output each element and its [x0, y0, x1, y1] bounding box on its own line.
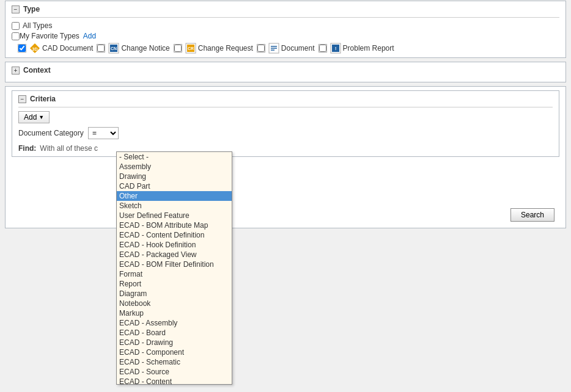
criteria-divider: [18, 107, 553, 107]
type-section-title: Type: [23, 5, 40, 13]
context-section: + Context: [5, 62, 566, 82]
search-area: Search: [12, 206, 559, 224]
document-category-dropdown: - Select -AssemblyDrawingCAD PartOtherSk…: [116, 151, 232, 385]
criteria-toggle[interactable]: −: [18, 95, 26, 103]
dropdown-item[interactable]: ECAD - BOM Attribute Map: [117, 220, 232, 230]
favorite-types-row: My Favorite Types Add: [12, 32, 559, 40]
change-request-label: Change Request: [198, 44, 253, 53]
dropdown-item[interactable]: ECAD - Packaged View: [117, 250, 232, 260]
problem-report-label: Problem Report: [343, 44, 394, 53]
context-section-header: + Context: [12, 66, 559, 74]
svg-text:CN: CN: [111, 46, 117, 51]
document-label: Document: [281, 44, 315, 53]
all-types-checkbox[interactable]: [12, 22, 20, 30]
criteria-inner: − Criteria Add ▼ Document Category = != …: [12, 90, 559, 157]
type-option-document: Document: [257, 43, 315, 54]
criteria-section-title: Criteria: [30, 95, 56, 103]
search-button[interactable]: Search: [510, 208, 554, 222]
cad-checkbox-wrapper: [18, 44, 26, 53]
dropdown-item[interactable]: ECAD - Drawing: [117, 338, 232, 347]
dropdown-item[interactable]: Notebook: [117, 299, 232, 308]
context-section-title: Context: [23, 66, 51, 74]
dropdown-item[interactable]: Report: [117, 279, 232, 289]
svg-text:CR: CR: [188, 46, 194, 51]
dropdown-item[interactable]: ECAD - Schematic: [117, 357, 232, 367]
dropdown-item[interactable]: Markup: [117, 308, 232, 318]
find-row: Find: With all of these c: [18, 144, 553, 153]
dropdown-item[interactable]: Other: [117, 191, 232, 201]
cad-icon: 3D: [29, 43, 40, 54]
all-types-label: All Types: [23, 21, 52, 30]
change-request-icon: CR: [185, 43, 196, 54]
type-option-cad: 3D CAD Document: [18, 43, 93, 54]
find-description: With all of these c: [40, 144, 98, 153]
dropdown-item[interactable]: Format: [117, 269, 232, 279]
type-section-header: − Type: [12, 5, 559, 13]
type-toggle[interactable]: −: [12, 5, 20, 13]
change-notice-checkbox-wrapper: [97, 44, 105, 53]
add-criteria-button[interactable]: Add ▼: [18, 111, 50, 123]
problem-report-checkbox-wrapper: [319, 44, 327, 53]
add-criteria-arrow: ▼: [39, 114, 44, 120]
criteria-add-row: Add ▼: [18, 111, 553, 123]
change-notice-checkbox[interactable]: [97, 45, 105, 52]
change-request-checkbox[interactable]: [174, 45, 182, 52]
problem-report-checkbox[interactable]: [319, 45, 326, 52]
dropdown-list[interactable]: - Select -AssemblyDrawingCAD PartOtherSk…: [117, 152, 232, 384]
svg-text:!: !: [334, 46, 336, 51]
context-toggle[interactable]: +: [12, 67, 20, 74]
dropdown-item[interactable]: ECAD - BOM Filter Definition: [117, 260, 232, 269]
dropdown-item[interactable]: ECAD - Source: [117, 367, 232, 377]
find-label: Find:: [18, 144, 36, 153]
dropdown-item[interactable]: Assembly: [117, 162, 232, 172]
dropdown-item[interactable]: ECAD - Content Definition: [117, 230, 232, 240]
type-option-problem-report: ! Problem Report: [319, 43, 394, 54]
all-types-row: All Types: [12, 21, 559, 30]
page: − Type All Types My Favorite Types Add 3…: [0, 1, 571, 392]
dropdown-item[interactable]: CAD Part: [117, 181, 232, 191]
type-options-row: 3D CAD Document CN Change Notice: [12, 43, 559, 54]
dropdown-item[interactable]: Sketch: [117, 201, 232, 211]
type-option-change-request: CR Change Request: [174, 43, 253, 54]
document-checkbox[interactable]: [257, 45, 265, 52]
criteria-section: − Criteria Add ▼ Document Category = != …: [5, 86, 566, 228]
dropdown-item[interactable]: ECAD - Content: [117, 377, 232, 384]
dropdown-item[interactable]: User Defined Feature: [117, 211, 232, 220]
type-divider: [12, 17, 559, 18]
dropdown-item[interactable]: ECAD - Assembly: [117, 318, 232, 328]
cad-document-checkbox[interactable]: [18, 45, 26, 52]
criteria-section-header: − Criteria: [18, 95, 553, 103]
dropdown-item[interactable]: - Select -: [117, 152, 232, 162]
cad-document-label: CAD Document: [42, 44, 93, 53]
problem-report-icon: !: [330, 43, 341, 54]
change-request-checkbox-wrapper: [174, 44, 182, 53]
document-checkbox-wrapper: [257, 44, 265, 53]
dropdown-item[interactable]: ECAD - Board: [117, 328, 232, 338]
add-criteria-label: Add: [24, 113, 37, 122]
dropdown-item[interactable]: Diagram: [117, 289, 232, 299]
type-section: − Type All Types My Favorite Types Add 3…: [5, 1, 566, 58]
document-category-label: Document Category: [18, 129, 86, 137]
operator-select[interactable]: = != like not like: [88, 127, 119, 139]
change-notice-icon: CN: [108, 43, 119, 54]
svg-text:3D: 3D: [32, 47, 38, 51]
change-notice-label: Change Notice: [121, 44, 169, 53]
dropdown-item[interactable]: ECAD - Hook Definition: [117, 240, 232, 250]
dropdown-item[interactable]: ECAD - Component: [117, 347, 232, 357]
dropdown-item[interactable]: Drawing: [117, 172, 232, 181]
criteria-field-row: Document Category = != like not like - S…: [18, 127, 553, 139]
favorite-types-checkbox[interactable]: [12, 32, 20, 40]
type-option-change-notice: CN Change Notice: [97, 43, 169, 54]
document-icon: [268, 43, 279, 54]
favorite-types-label: My Favorite Types: [20, 32, 79, 40]
add-favorite-link[interactable]: Add: [83, 32, 96, 40]
